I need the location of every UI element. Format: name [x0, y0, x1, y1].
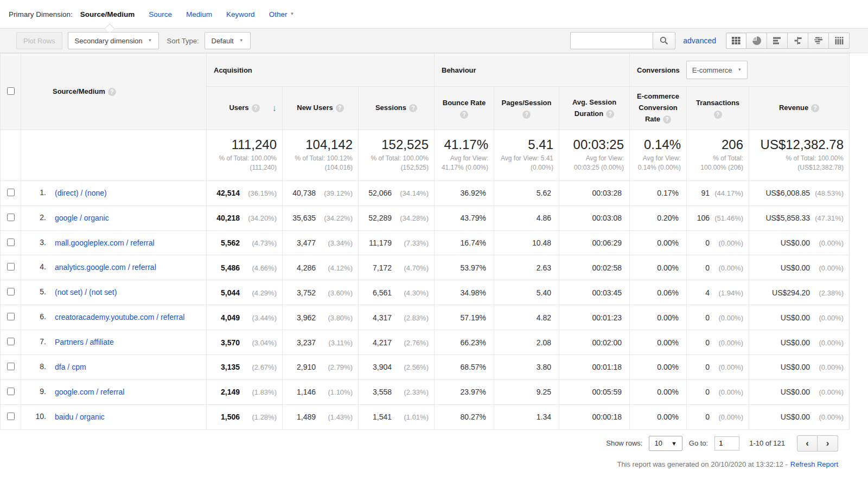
source-medium-link[interactable]: (not set) / (not set): [55, 287, 117, 298]
secondary-dimension-dropdown[interactable]: Secondary dimension ▼: [68, 32, 159, 49]
show-rows-select[interactable]: 10 ▼: [649, 436, 682, 451]
next-page-button[interactable]: ›: [818, 435, 838, 452]
new-users-cell: 4,286 (4.12%): [283, 255, 359, 280]
col-header-revenue[interactable]: Revenue?: [749, 87, 850, 130]
primary-dimension-source[interactable]: Source: [149, 10, 172, 18]
primary-dimension-keyword[interactable]: Keyword: [226, 10, 255, 18]
users-cell: 42,514 (36.15%): [207, 181, 283, 205]
performance-view-button[interactable]: [767, 33, 788, 49]
totals-ecr-sub: Avg for View: 0.14% (0.00%): [633, 154, 681, 173]
ecr-cell: 0.06%: [630, 280, 687, 305]
help-icon[interactable]: ?: [606, 110, 614, 118]
comparison-icon: [794, 37, 802, 44]
users-percent: (3.04%): [242, 339, 277, 347]
pages-session-value: 1.34: [537, 413, 551, 421]
search-input[interactable]: [570, 32, 653, 49]
row-checkbox-cell: [1, 330, 21, 355]
row-checkbox[interactable]: [7, 313, 15, 320]
pages-session-value: 9.25: [537, 388, 551, 396]
other-label[interactable]: Other: [269, 10, 288, 18]
totals-new-users-sub: % of Total: 100.12% (104,016): [286, 154, 353, 173]
row-checkbox[interactable]: [7, 189, 15, 196]
help-icon[interactable]: ?: [714, 111, 722, 119]
row-checkbox[interactable]: [7, 214, 15, 221]
users-header-label: Users: [229, 104, 248, 112]
percentage-view-button[interactable]: [746, 33, 767, 49]
source-medium-link[interactable]: creatoracademy.youtube.com / referral: [55, 312, 184, 323]
row-checkbox[interactable]: [7, 263, 15, 270]
previous-page-button[interactable]: ‹: [797, 435, 818, 452]
row-checkbox[interactable]: [7, 388, 15, 395]
help-icon[interactable]: ?: [811, 104, 819, 112]
col-header-new-users[interactable]: New Users?: [283, 87, 359, 130]
help-icon[interactable]: ?: [252, 104, 260, 112]
table-view-button[interactable]: [726, 33, 746, 49]
help-icon[interactable]: ?: [108, 88, 116, 96]
source-medium-link[interactable]: (direct) / (none): [55, 188, 107, 198]
pie-chart-icon: [752, 36, 761, 45]
totals-ecr-value: 0.14%: [633, 137, 681, 153]
sessions-cell: 4,217 (2.76%): [359, 330, 435, 355]
primary-dimension-other[interactable]: Other ▼: [269, 10, 295, 18]
bounce-rate-cell: 68.57%: [435, 355, 494, 380]
row-range-label: 1-10 of 121: [749, 439, 785, 447]
col-header-avg-session-duration[interactable]: Avg. Session Duration?: [559, 87, 630, 130]
source-medium-link[interactable]: Partners / affiliate: [55, 337, 114, 347]
transactions-percent: (44.17%): [712, 189, 743, 197]
dimension-column-header[interactable]: Source/Medium?: [21, 54, 207, 130]
transactions-cell: 0 (0.00%): [687, 255, 749, 280]
row-checkbox[interactable]: [7, 413, 15, 420]
table-body: 111,240 % of Total: 100.00% (111,240) 10…: [1, 130, 850, 430]
pivot-view-button[interactable]: [829, 33, 850, 49]
sessions-value: 11,179: [369, 239, 392, 247]
totals-avg-session-duration-value: 00:03:25: [563, 137, 624, 153]
transactions-cell: 91 (44.17%): [687, 181, 749, 205]
avg-session-duration-value: 00:00:18: [592, 413, 622, 421]
source-medium-link[interactable]: google.com / referral: [55, 387, 124, 397]
search-button[interactable]: [653, 32, 675, 49]
col-header-transactions[interactable]: Transactions?: [687, 87, 749, 130]
help-icon[interactable]: ?: [663, 115, 671, 124]
term-cloud-view-button[interactable]: [808, 33, 829, 49]
source-medium-link[interactable]: baidu / organic: [55, 412, 105, 422]
totals-revenue-sub: % of Total: 100.00% (US$12,382.78): [752, 154, 844, 173]
help-icon[interactable]: ?: [522, 111, 531, 119]
source-medium-link[interactable]: mall.googleplex.com / referral: [55, 238, 155, 248]
transactions-percent: (0.00%): [712, 388, 743, 396]
sort-type-dropdown[interactable]: Default ▼: [205, 32, 251, 49]
users-value: 2,149: [221, 388, 240, 396]
secondary-dimension-label: Secondary dimension: [75, 37, 143, 45]
row-checkbox-cell: [1, 379, 21, 404]
col-header-pages-session[interactable]: Pages/Session?: [494, 87, 559, 130]
comparison-view-button[interactable]: [788, 33, 808, 49]
help-icon[interactable]: ?: [409, 104, 417, 112]
source-medium-link[interactable]: dfa / cpm: [55, 362, 86, 372]
primary-dimension-medium[interactable]: Medium: [186, 10, 212, 18]
row-checkbox[interactable]: [7, 288, 15, 295]
refresh-report-link[interactable]: Refresh Report: [790, 460, 838, 468]
source-medium-link[interactable]: analytics.google.com / referral: [55, 262, 156, 273]
primary-dimension-selected[interactable]: Source/Medium: [80, 10, 135, 18]
help-icon[interactable]: ?: [460, 111, 468, 119]
help-icon[interactable]: ?: [336, 104, 344, 112]
select-all-checkbox[interactable]: [7, 87, 15, 95]
plot-rows-button[interactable]: Plot Rows: [16, 32, 62, 49]
pages-session-cell: 9.25: [494, 379, 559, 404]
row-checkbox[interactable]: [7, 239, 15, 246]
col-header-users[interactable]: Users? ↓: [207, 87, 283, 130]
totals-avg-session-duration: 00:03:25 Avg for View: 00:03:25 (0.00%): [559, 130, 630, 181]
avg-session-duration-value: 00:01:18: [592, 363, 622, 371]
advanced-search-link[interactable]: advanced: [683, 36, 716, 45]
users-percent: (4.73%): [242, 239, 277, 247]
row-checkbox[interactable]: [7, 338, 15, 345]
source-medium-table: Source/Medium? Acquisition Behaviour Con…: [0, 53, 850, 430]
avg-session-duration-cell: 00:06:29: [559, 230, 630, 255]
col-header-ecommerce-conversion-rate[interactable]: E-commerce Conversion Rate?: [630, 87, 687, 130]
source-medium-link[interactable]: google / organic: [55, 213, 109, 223]
row-checkbox[interactable]: [7, 363, 15, 370]
col-header-sessions[interactable]: Sessions?: [359, 87, 435, 130]
transactions-cell: 0 (0.00%): [687, 355, 749, 380]
col-header-bounce-rate[interactable]: Bounce Rate?: [435, 87, 494, 130]
conversions-goal-dropdown[interactable]: E-commerce ▼: [686, 61, 748, 79]
goto-page-input[interactable]: [714, 436, 739, 450]
